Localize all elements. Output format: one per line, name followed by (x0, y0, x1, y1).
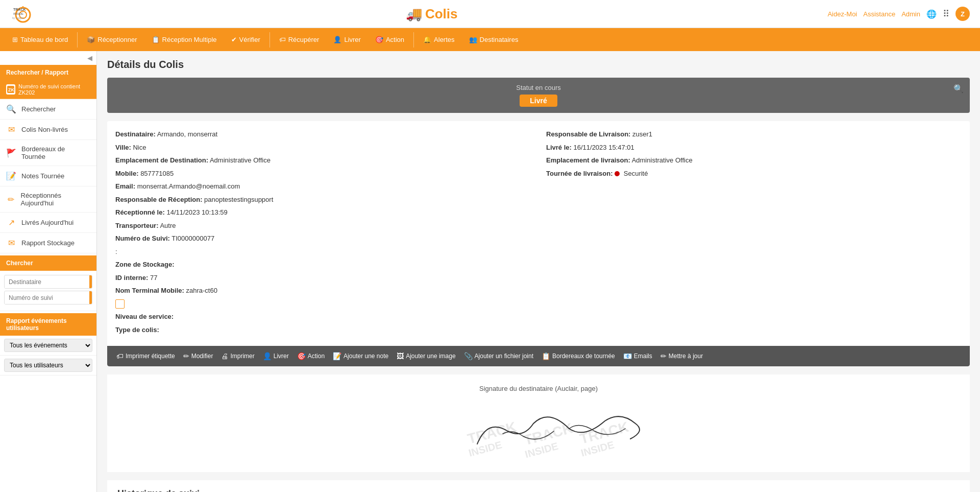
detail-zone-stockage: Zone de Stockage: (115, 260, 531, 270)
tournee-dot (615, 171, 620, 176)
sidebar-item-bordereaux[interactable]: 🚩 Bordereaux de Tournée (0, 140, 96, 166)
sidebar-search-area: 🔍 🔍 (0, 271, 96, 311)
evenements-select[interactable]: Tous les événements (4, 339, 92, 352)
aide-link[interactable]: Aidez-Moi (827, 10, 857, 18)
recuperer-icon: 🏷 (279, 36, 286, 43)
detail-type-colis: Type de colis: (115, 325, 531, 335)
logo-area: TRACK INSIDE by insights (10, 4, 36, 24)
alertes-icon: 🔔 (423, 36, 431, 43)
nav-verifier[interactable]: ✔ Vérifier (224, 28, 267, 51)
utilisateurs-select[interactable]: Tous les utilisateurs (4, 359, 92, 372)
sidebar-item-receptionnes[interactable]: ✏ Réceptionnés Aujourd'hui (0, 186, 96, 213)
detail-receptionne: Réceptionné le: 14/11/2023 10:13:59 (115, 207, 531, 218)
sidebar-item-livres[interactable]: ↗ Livrés Aujourd'hui (0, 213, 96, 233)
btn-ajouter-fichier[interactable]: 📎 Ajouter un fichier joint (461, 350, 536, 362)
imprimer-icon: 🖨 (221, 352, 228, 360)
detail-nom-terminal: Nom Terminal Mobile: zahra-ct60 (115, 286, 531, 296)
sidebar-item-rechercher[interactable]: 🔍 Rechercher (0, 99, 96, 120)
bordereaux-icon: 🚩 (6, 148, 16, 158)
btn-bordereaux-tournee[interactable]: 📋 Bordereaux de tournée (538, 350, 618, 362)
details-left-col: Destinataire: Armando, monserrat Ville: … (115, 129, 531, 338)
receptionner-icon: 📦 (87, 36, 95, 43)
detail-emplacement-livraison: Emplacement de livraison: Administrative… (546, 155, 962, 166)
destinataire-input[interactable] (5, 276, 89, 288)
sidebar-item-notes[interactable]: 📝 Notes Tournée (0, 166, 96, 186)
globe-icon[interactable]: 🌐 (926, 9, 937, 19)
detail-livre-le: Livré le: 16/11/2023 15:47:01 (546, 143, 962, 153)
sidebar-item-colis-non-livres[interactable]: ✉ Colis Non-livrés (0, 120, 96, 140)
btn-ajouter-note[interactable]: 📝 Ajouter une note (330, 350, 391, 362)
signature-area: Signature du destinataire (Auclair, page… (107, 374, 970, 472)
btn-ajouter-image[interactable]: 🖼 Ajouter une image (394, 350, 458, 362)
service-level-icon (115, 299, 125, 309)
admin-link[interactable]: Admin (901, 10, 920, 18)
detail-email: Email: monserrat.Armando@noemail.com (115, 181, 531, 192)
tracking-svg: ZK (7, 86, 14, 93)
destinataire-search-btn[interactable]: 🔍 (89, 275, 92, 288)
logo-svg: TRACK INSIDE by insights (10, 4, 36, 24)
notes-icon: 📝 (6, 171, 16, 181)
history-title: Historique de suivi (117, 488, 960, 492)
btn-modifier[interactable]: ✏ Modifier (180, 350, 216, 362)
nav-reception-multiple[interactable]: 📋 Réception Multiple (144, 28, 224, 51)
detail-service-icon-row (115, 299, 531, 309)
detail-responsable-recep: Responsable de Réception: panoptestestin… (115, 195, 531, 205)
page-title: Détails du Colis (107, 59, 970, 71)
livres-icon: ↗ (6, 218, 16, 227)
nav-tableau-de-bord[interactable]: ⊞ Tableau de bord (5, 28, 75, 51)
livrer-btn-icon: 👤 (263, 352, 272, 360)
nav-receptionner[interactable]: 📦 Réceptionner (80, 28, 144, 51)
modifier-icon: ✏ (183, 352, 189, 360)
assistance-link[interactable]: Assistance (863, 10, 895, 18)
numero-suivi-search-btn[interactable]: 🔍 (89, 291, 92, 304)
detail-destinataire: Destinataire: Armando, monserrat (115, 129, 531, 139)
nav-bar: ⊞ Tableau de bord 📦 Réceptionner 📋 Récep… (0, 28, 980, 51)
sidebar-section-rapport: Rapport événements utilisateurs (0, 313, 96, 336)
detail-niveau-service: Niveau de service: (115, 312, 531, 322)
truck-icon: 🚚 (406, 6, 422, 22)
grid-icon[interactable]: ⠿ (943, 8, 949, 19)
destinataires-icon: 👥 (469, 36, 477, 43)
signature-title: Signature du destinataire (Auclair, page… (117, 385, 960, 392)
utilisateurs-select-row: Tous les utilisateurs (0, 356, 96, 376)
ajouter-note-icon: 📝 (333, 352, 341, 360)
status-search-icon[interactable]: 🔍 (953, 84, 964, 93)
btn-livrer[interactable]: 👤 Livrer (260, 350, 292, 362)
imprimer-etiquette-icon: 🏷 (116, 352, 124, 360)
main-content: Détails du Colis Statut en cours Livré 🔍… (97, 51, 980, 492)
ajouter-fichier-icon: 📎 (464, 352, 473, 360)
verifier-icon: ✔ (231, 36, 237, 43)
btn-action[interactable]: 🎯 Action (294, 350, 328, 362)
action-nav-icon: 🎯 (375, 36, 383, 43)
sidebar-item-rapport-stockage[interactable]: ✉ Rapport Stockage (0, 233, 96, 253)
btn-imprimer[interactable]: 🖨 Imprimer (218, 350, 257, 362)
app-title: 🚚 Colis (406, 6, 458, 22)
main-layout: ◀ Rechercher / Rapport ZK Numéro de suiv… (0, 51, 980, 492)
details-wrapper: Destinataire: Armando, monserrat Ville: … (107, 121, 970, 366)
nav-livrer[interactable]: 👤 Livrer (326, 28, 368, 51)
numero-suivi-input[interactable] (5, 292, 89, 304)
top-right-area: Aidez-Moi Assistance Admin 🌐 ⠿ Z (827, 7, 970, 21)
sidebar-collapse-btn[interactable]: ◀ (0, 51, 96, 65)
detail-emplacement-dest: Emplacement de Destination: Administrati… (115, 155, 531, 166)
nav-recuperer[interactable]: 🏷 Récupérer (272, 28, 327, 51)
nav-action[interactable]: 🎯 Action (368, 28, 411, 51)
detail-id-interne: ID interne: 77 (115, 273, 531, 283)
history-section: Historique de suivi Date Responsable Tra… (107, 480, 970, 492)
status-header-label: Statut en cours (115, 84, 962, 91)
signature-svg: TRACK INSIDE TRACK INSIDE TRACK INSIDE (436, 403, 641, 459)
numero-suivi-input-row: 🔍 (4, 291, 92, 304)
detail-transporteur: Transporteur: Autre (115, 221, 531, 231)
btn-imprimer-etiquette[interactable]: 🏷 Imprimer étiquette (113, 350, 178, 362)
ajouter-image-icon: 🖼 (397, 352, 404, 360)
nav-destinataires[interactable]: 👥 Destinataires (462, 28, 526, 51)
status-badge: Livré (520, 95, 557, 107)
btn-emails[interactable]: 📧 Emails (620, 350, 655, 362)
nav-alertes[interactable]: 🔔 Alertes (416, 28, 461, 51)
btn-mettre-a-jour[interactable]: ✏ Mettre à jour (657, 350, 706, 362)
user-avatar[interactable]: Z (955, 7, 970, 21)
detail-tournee: Tournée de livraison: Securité (546, 169, 962, 179)
detail-numero-suivi: Numéro de Suivi: TI0000000077 (115, 233, 531, 244)
evenements-select-row: Tous les événements (0, 336, 96, 356)
emails-icon: 📧 (623, 352, 632, 360)
